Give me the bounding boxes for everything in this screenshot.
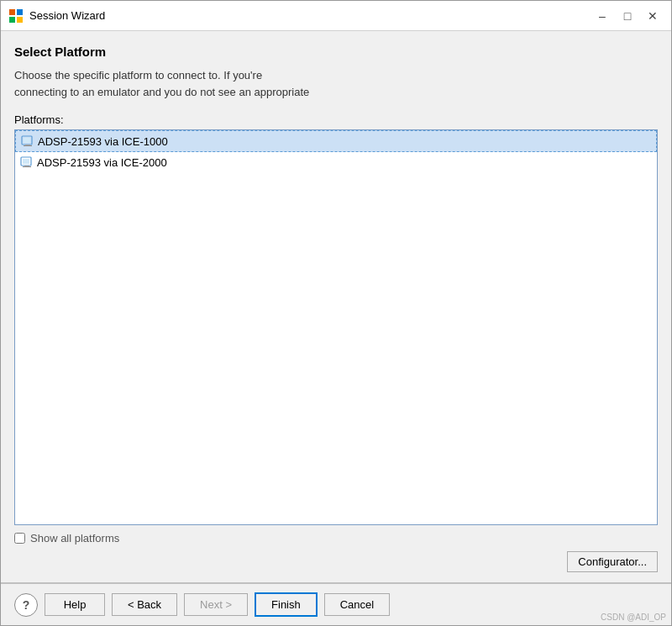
show-all-checkbox[interactable] — [14, 533, 25, 544]
platform-icon-0 — [21, 134, 34, 148]
close-button[interactable]: ✕ — [641, 6, 664, 26]
help-icon-button[interactable]: ? — [14, 593, 38, 617]
maximize-button[interactable]: □ — [616, 6, 639, 26]
platform-label-1: ADSP-21593 via ICE-2000 — [37, 156, 167, 169]
configurator-row: Configurator... — [14, 551, 658, 572]
watermark: CSDN @ADI_OP — [601, 613, 666, 622]
platforms-list[interactable]: ADSP-21593 via ICE-1000 ADSP-21593 via I… — [14, 129, 658, 525]
cancel-button[interactable]: Cancel — [324, 593, 390, 616]
platform-label-0: ADSP-21593 via ICE-1000 — [38, 135, 168, 148]
content-area: Select Platform Choose the specific plat… — [1, 31, 671, 582]
configurator-button[interactable]: Configurator... — [567, 551, 658, 572]
show-all-label[interactable]: Show all platforms — [30, 532, 119, 544]
app-icon — [8, 8, 24, 24]
svg-rect-0 — [9, 9, 15, 15]
page-title: Select Platform — [14, 45, 658, 59]
svg-rect-7 — [24, 145, 32, 146]
svg-rect-9 — [23, 159, 29, 164]
svg-rect-11 — [23, 166, 31, 167]
next-button[interactable]: Next > — [184, 593, 248, 616]
help-button[interactable]: Help — [45, 593, 105, 616]
platform-item-0[interactable]: ADSP-21593 via ICE-1000 — [15, 130, 657, 152]
platform-item-1[interactable]: ADSP-21593 via ICE-2000 — [15, 152, 657, 172]
platforms-label: Platforms: — [14, 113, 658, 126]
svg-rect-5 — [24, 138, 30, 143]
minimize-button[interactable]: – — [591, 6, 614, 26]
finish-button[interactable]: Finish — [255, 592, 318, 617]
platform-icon-1 — [20, 155, 34, 169]
back-button[interactable]: < Back — [112, 593, 177, 616]
window-title: Session Wizard — [29, 9, 591, 22]
svg-rect-1 — [17, 9, 23, 15]
description: Choose the specific platform to connect … — [14, 67, 658, 100]
title-bar: Session Wizard – □ ✕ — [1, 1, 671, 31]
svg-rect-2 — [9, 17, 15, 23]
window-controls: – □ ✕ — [591, 6, 664, 26]
svg-rect-3 — [17, 17, 23, 23]
main-window: Session Wizard – □ ✕ Select Platform Cho… — [0, 0, 672, 626]
footer: ? Help < Back Next > Finish Cancel — [1, 583, 671, 625]
show-all-row: Show all platforms — [14, 532, 658, 544]
